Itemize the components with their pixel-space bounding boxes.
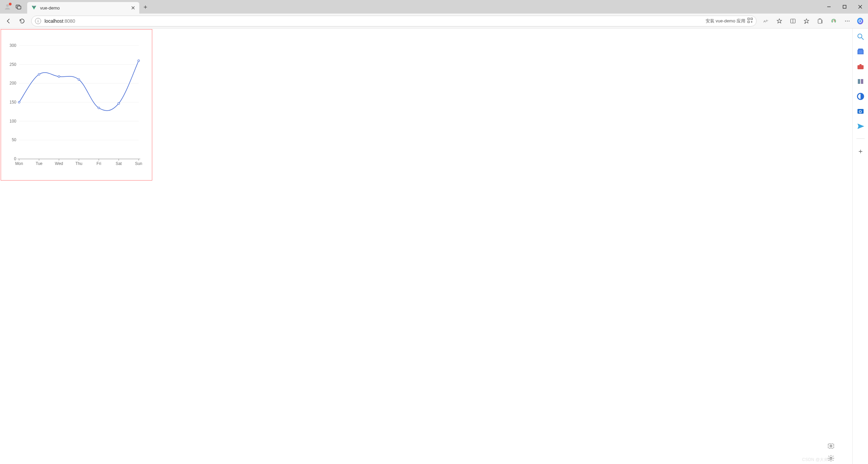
- svg-point-24: [859, 20, 861, 22]
- titlebar: vue-demo ✕ ＋: [0, 0, 868, 14]
- svg-rect-45: [858, 50, 863, 54]
- svg-rect-46: [857, 65, 864, 69]
- chart-data-point: [78, 79, 80, 80]
- chart-data-point: [58, 76, 60, 77]
- add-sidebar-button[interactable]: ＋: [856, 147, 865, 155]
- split-screen-button[interactable]: [786, 15, 799, 27]
- menu-button[interactable]: [841, 15, 854, 27]
- search-sidebar-icon[interactable]: [856, 33, 865, 41]
- browser-window: vue-demo ✕ ＋ i localhost:8080 安装 vue-dem…: [0, 0, 868, 464]
- site-info-icon[interactable]: i: [35, 18, 41, 24]
- window-controls: [821, 0, 868, 14]
- chart-series-line: [19, 61, 139, 111]
- chart-data-point: [98, 107, 100, 109]
- settings-button[interactable]: [827, 454, 835, 462]
- svg-rect-48: [858, 79, 860, 84]
- y-tick-label: 300: [10, 43, 16, 48]
- svg-rect-4: [843, 5, 846, 8]
- y-tick-label: 200: [10, 81, 16, 86]
- install-pwa-label: 安装 vue-demo 应用: [706, 18, 745, 24]
- svg-point-42: [830, 457, 832, 459]
- send-sidebar-icon[interactable]: [856, 122, 865, 130]
- chart-container: 050100150200250300MonTueWedThuFriSatSun: [1, 29, 152, 181]
- y-tick-label: 50: [12, 137, 17, 142]
- toolbar-right: Aか: [759, 15, 866, 27]
- svg-point-43: [858, 34, 862, 38]
- edge-sidebar: O ＋: [852, 29, 868, 464]
- y-tick-label: 150: [10, 100, 16, 105]
- performance-button[interactable]: [827, 15, 840, 27]
- svg-point-0: [6, 4, 9, 7]
- x-tick-label: Mon: [15, 161, 23, 166]
- x-tick-label: Wed: [55, 161, 63, 166]
- sidebar-divider: [856, 138, 865, 139]
- install-pwa-button[interactable]: 安装 vue-demo 应用: [706, 18, 753, 24]
- address-bar: i localhost:8080 安装 vue-demo 应用 Aか: [0, 14, 868, 29]
- page-content: 050100150200250300MonTueWedThuFriSatSun …: [0, 29, 852, 464]
- svg-rect-2: [17, 6, 21, 9]
- page-body: 050100150200250300MonTueWedThuFriSatSun …: [0, 29, 868, 464]
- new-tab-button[interactable]: ＋: [139, 1, 152, 13]
- tab-close-button[interactable]: ✕: [131, 5, 135, 11]
- url-port: :8080: [63, 18, 75, 24]
- svg-rect-40: [828, 444, 834, 448]
- x-tick-label: Tue: [36, 161, 42, 166]
- svg-text:O: O: [859, 110, 862, 114]
- svg-rect-47: [860, 64, 862, 66]
- window-close-button[interactable]: [852, 0, 868, 14]
- chart-data-point: [38, 73, 40, 75]
- shopping-sidebar-icon[interactable]: [856, 48, 865, 56]
- svg-rect-8: [751, 18, 752, 20]
- chart-data-point: [18, 101, 20, 103]
- back-button[interactable]: [2, 15, 15, 27]
- toolbox-sidebar-icon[interactable]: [856, 62, 865, 71]
- screenshot-button[interactable]: [827, 442, 835, 450]
- window-maximize-button[interactable]: [837, 0, 852, 14]
- titlebar-left: [0, 1, 27, 13]
- svg-rect-9: [748, 21, 749, 23]
- office-sidebar-icon[interactable]: [856, 92, 865, 100]
- svg-point-41: [830, 445, 832, 447]
- favorites-list-button[interactable]: [800, 15, 813, 27]
- copilot-button[interactable]: [854, 15, 866, 27]
- x-tick-label: Fri: [96, 161, 101, 166]
- url-input[interactable]: i localhost:8080 安装 vue-demo 应用: [31, 16, 757, 26]
- outlook-sidebar-icon[interactable]: O: [856, 107, 865, 115]
- x-tick-label: Sat: [116, 161, 122, 166]
- profile-button[interactable]: [3, 2, 12, 12]
- window-minimize-button[interactable]: [821, 0, 837, 14]
- url-host: localhost: [45, 18, 63, 24]
- svg-line-44: [862, 38, 864, 40]
- notification-dot-icon: [9, 3, 12, 5]
- tab-overview-button[interactable]: [12, 1, 24, 13]
- y-tick-label: 250: [10, 62, 16, 67]
- read-aloud-button[interactable]: Aか: [759, 15, 772, 27]
- svg-rect-17: [818, 19, 822, 23]
- svg-text:か: か: [766, 19, 768, 21]
- y-tick-label: 100: [10, 119, 16, 124]
- svg-point-22: [849, 20, 849, 21]
- y-tick-label: 0: [14, 156, 16, 161]
- svg-point-20: [845, 20, 846, 21]
- svg-rect-49: [861, 79, 863, 84]
- x-tick-label: Sun: [135, 161, 142, 166]
- svg-rect-7: [748, 18, 749, 20]
- corner-controls: [827, 442, 835, 462]
- refresh-button[interactable]: [16, 15, 29, 27]
- svg-text:A: A: [763, 19, 766, 23]
- svg-point-21: [847, 20, 848, 21]
- chart-data-point: [118, 103, 120, 104]
- x-tick-label: Thu: [75, 161, 83, 166]
- tab-title: vue-demo: [40, 5, 127, 11]
- favorite-button[interactable]: [773, 15, 786, 27]
- line-chart: 050100150200250300MonTueWedThuFriSatSun: [1, 30, 152, 180]
- app-install-icon: [747, 18, 753, 24]
- url-text: localhost:8080: [45, 18, 75, 24]
- games-sidebar-icon[interactable]: [856, 77, 865, 86]
- collections-button[interactable]: [814, 15, 827, 27]
- chart-data-point: [138, 60, 139, 61]
- vue-favicon-icon: [31, 5, 37, 11]
- browser-tab[interactable]: vue-demo ✕: [27, 2, 139, 14]
